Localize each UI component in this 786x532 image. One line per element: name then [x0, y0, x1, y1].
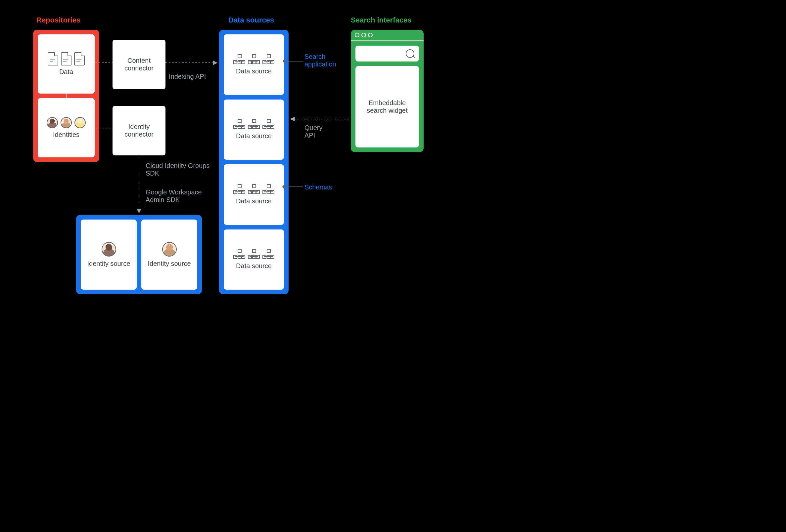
hierarchy-icon — [262, 249, 274, 259]
data-source-card: Data source — [224, 164, 284, 225]
search-box — [355, 46, 419, 62]
edge-label-cloud-identity-sdk: Cloud Identity Groups SDK — [146, 162, 212, 177]
data-source-card: Data source — [224, 99, 284, 160]
hierarchy-icon — [233, 249, 245, 259]
hierarchy-icon — [248, 119, 260, 129]
avatars-icon-row — [47, 117, 86, 128]
repository-data-label: Data — [59, 68, 73, 76]
identity-source-card: Identity source — [81, 220, 137, 290]
person-icon — [74, 117, 86, 128]
search-icon — [406, 49, 414, 58]
window-control-icon — [362, 33, 366, 38]
data-sources-container: Data source Data source Data source — [219, 30, 288, 294]
data-source-label: Data source — [236, 132, 272, 140]
identity-connector-box: Identity connector — [113, 106, 165, 155]
hierarchy-icon — [233, 119, 245, 129]
content-connector-box: Content connector — [113, 40, 165, 89]
hierarchy-icon — [248, 54, 260, 64]
edge-label-schemas: Schemas — [304, 184, 332, 191]
section-title-repositories: Repositories — [37, 16, 80, 24]
document-icon — [48, 52, 58, 66]
data-source-label: Data source — [236, 68, 272, 75]
edge-label-query-api: Query API — [304, 124, 334, 139]
identity-source-card: Identity source — [141, 220, 197, 290]
document-icon — [61, 52, 71, 66]
data-source-card: Data source — [224, 229, 284, 290]
search-interface-body: Embeddable search widget — [351, 41, 424, 152]
repository-identities-label: Identities — [53, 131, 79, 139]
hierarchy-icon — [233, 184, 245, 194]
person-icon — [61, 117, 72, 128]
repo-connector-line — [66, 94, 67, 98]
search-interface-container: Embeddable search widget — [351, 30, 424, 152]
section-title-search-interfaces: Search interfaces — [351, 16, 411, 24]
architecture-diagram: Repositories Data sources Search interfa… — [13, 13, 437, 297]
documents-icon-row — [48, 52, 85, 66]
data-source-card: Data source — [224, 34, 284, 95]
edge-label-indexing-api: Indexing API — [169, 73, 206, 80]
hierarchy-icon — [262, 54, 274, 64]
browser-titlebar — [351, 30, 424, 41]
hierarchy-icon — [262, 184, 274, 194]
identity-source-label: Identity source — [147, 260, 191, 267]
content-connector-label: Content connector — [116, 57, 162, 72]
hierarchy-icon — [248, 249, 260, 259]
identity-source-label: Identity source — [87, 260, 130, 267]
hierarchy-icon — [262, 119, 274, 129]
edge-label-search-application: Search application — [304, 53, 351, 68]
edge-label-workspace-admin-sdk: Google Workspace Admin SDK — [146, 189, 218, 204]
embeddable-search-widget-label: Embeddable search widget — [355, 66, 419, 147]
section-title-data-sources: Data sources — [228, 16, 274, 24]
person-icon — [47, 117, 58, 128]
hierarchy-icon — [233, 54, 245, 64]
window-control-icon — [368, 33, 373, 38]
hierarchy-icon-row — [233, 54, 274, 64]
window-control-icon — [355, 33, 360, 38]
data-source-label: Data source — [236, 262, 272, 270]
identity-sources-container: Identity source Identity source — [76, 215, 202, 294]
person-icon — [101, 242, 116, 257]
hierarchy-icon-row — [233, 249, 274, 259]
hierarchy-icon — [248, 184, 260, 194]
document-icon — [74, 52, 85, 66]
data-source-label: Data source — [236, 197, 272, 205]
hierarchy-icon-row — [233, 184, 274, 194]
repository-data-card: Data — [38, 34, 95, 94]
person-icon — [162, 242, 177, 257]
hierarchy-icon-row — [233, 119, 274, 129]
identity-connector-label: Identity connector — [116, 123, 162, 138]
repositories-container: Data Identities — [33, 30, 99, 162]
repository-identities-card: Identities — [38, 98, 95, 158]
